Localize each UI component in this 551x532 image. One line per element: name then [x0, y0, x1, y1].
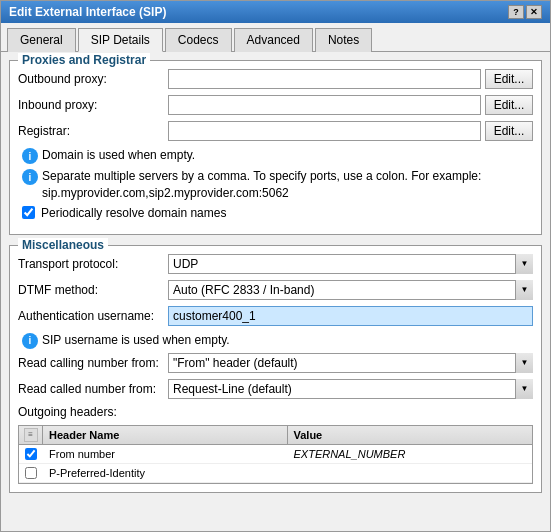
- registrar-input[interactable]: [168, 121, 481, 141]
- headers-table: ≡ Header Name Value From number EXTERNAL…: [18, 425, 533, 484]
- registrar-edit-button[interactable]: Edit...: [485, 121, 533, 141]
- tab-sip-details[interactable]: SIP Details: [78, 28, 163, 52]
- tab-codecs[interactable]: Codecs: [165, 28, 232, 52]
- auth-label: Authentication username:: [18, 309, 168, 323]
- row2-checkbox[interactable]: [25, 467, 37, 479]
- inbound-proxy-input[interactable]: [168, 95, 481, 115]
- read-calling-label: Read calling number from:: [18, 356, 168, 370]
- tab-notes[interactable]: Notes: [315, 28, 372, 52]
- proxies-group-title: Proxies and Registrar: [18, 53, 150, 67]
- transport-row: Transport protocol: UDP TCP TLS ▼: [18, 254, 533, 274]
- inbound-proxy-row: Inbound proxy: Edit...: [18, 95, 533, 115]
- transport-select[interactable]: UDP TCP TLS: [168, 254, 533, 274]
- auth-info-icon: i: [22, 333, 38, 349]
- auth-info-text: SIP username is used when empty.: [42, 332, 230, 349]
- tab-content: Proxies and Registrar Outbound proxy: Ed…: [1, 52, 550, 531]
- transport-label: Transport protocol:: [18, 257, 168, 271]
- close-button[interactable]: ✕: [526, 5, 542, 19]
- table-header: ≡ Header Name Value: [19, 426, 532, 445]
- info-row-2: i Separate multiple servers by a comma. …: [18, 168, 533, 202]
- read-calling-select[interactable]: "From" header (default) P-Asserted-Ident…: [168, 353, 533, 373]
- row2-value: [288, 464, 533, 482]
- tab-general[interactable]: General: [7, 28, 76, 52]
- read-called-row: Read called number from: Request-Line (d…: [18, 379, 533, 399]
- outgoing-headers-label-row: Outgoing headers:: [18, 405, 533, 419]
- table-row: From number EXTERNAL_NUMBER: [19, 445, 532, 464]
- read-called-select-wrapper: Request-Line (default) To header ▼: [168, 379, 533, 399]
- title-bar: Edit External Interface (SIP) ? ✕: [1, 1, 550, 23]
- outbound-proxy-edit-button[interactable]: Edit...: [485, 69, 533, 89]
- outbound-proxy-input[interactable]: [168, 69, 481, 89]
- resolve-checkbox-row: Periodically resolve domain names: [18, 206, 533, 220]
- resolve-checkbox[interactable]: [22, 206, 35, 219]
- table-col-icon: ≡: [19, 426, 43, 444]
- info-text-1: Domain is used when empty.: [42, 147, 195, 164]
- auth-input[interactable]: [168, 306, 533, 326]
- misc-group-title: Miscellaneous: [18, 238, 108, 252]
- auth-info-row: i SIP username is used when empty.: [18, 332, 533, 349]
- outbound-proxy-label: Outbound proxy:: [18, 72, 168, 86]
- table-col-header-name: Header Name: [43, 426, 288, 444]
- inbound-proxy-label: Inbound proxy:: [18, 98, 168, 112]
- table-header-icon: ≡: [24, 428, 38, 442]
- outbound-proxy-row: Outbound proxy: Edit...: [18, 69, 533, 89]
- info-icon-2: i: [22, 169, 38, 185]
- auth-row: Authentication username:: [18, 306, 533, 326]
- window-title: Edit External Interface (SIP): [9, 5, 166, 19]
- table-row: P-Preferred-Identity: [19, 464, 532, 483]
- read-called-label: Read called number from:: [18, 382, 168, 396]
- row2-checkbox-cell: [19, 464, 43, 482]
- inbound-proxy-edit-button[interactable]: Edit...: [485, 95, 533, 115]
- info-row-1: i Domain is used when empty.: [18, 147, 533, 164]
- row1-header-name: From number: [43, 445, 288, 463]
- registrar-row: Registrar: Edit...: [18, 121, 533, 141]
- dtmf-select[interactable]: Auto (RFC 2833 / In-band) RFC 2833 In-ba…: [168, 280, 533, 300]
- resolve-checkbox-label: Periodically resolve domain names: [41, 206, 226, 220]
- main-window: Edit External Interface (SIP) ? ✕ Genera…: [0, 0, 551, 532]
- dtmf-select-wrapper: Auto (RFC 2833 / In-band) RFC 2833 In-ba…: [168, 280, 533, 300]
- info-icon-1: i: [22, 148, 38, 164]
- read-calling-row: Read calling number from: "From" header …: [18, 353, 533, 373]
- tab-advanced[interactable]: Advanced: [234, 28, 313, 52]
- dtmf-row: DTMF method: Auto (RFC 2833 / In-band) R…: [18, 280, 533, 300]
- title-bar-buttons: ? ✕: [508, 5, 542, 19]
- registrar-label: Registrar:: [18, 124, 168, 138]
- tab-bar: General SIP Details Codecs Advanced Note…: [1, 23, 550, 52]
- help-button[interactable]: ?: [508, 5, 524, 19]
- row1-checkbox[interactable]: [25, 448, 37, 460]
- misc-group: Miscellaneous Transport protocol: UDP TC…: [9, 245, 542, 493]
- transport-select-wrapper: UDP TCP TLS ▼: [168, 254, 533, 274]
- read-called-select[interactable]: Request-Line (default) To header: [168, 379, 533, 399]
- row1-checkbox-cell: [19, 445, 43, 463]
- info-text-2: Separate multiple servers by a comma. To…: [42, 168, 533, 202]
- outgoing-headers-label: Outgoing headers:: [18, 405, 117, 419]
- dtmf-label: DTMF method:: [18, 283, 168, 297]
- proxies-group: Proxies and Registrar Outbound proxy: Ed…: [9, 60, 542, 235]
- read-calling-select-wrapper: "From" header (default) P-Asserted-Ident…: [168, 353, 533, 373]
- table-col-value: Value: [288, 426, 533, 444]
- row1-value: EXTERNAL_NUMBER: [288, 445, 533, 463]
- row2-header-name: P-Preferred-Identity: [43, 464, 288, 482]
